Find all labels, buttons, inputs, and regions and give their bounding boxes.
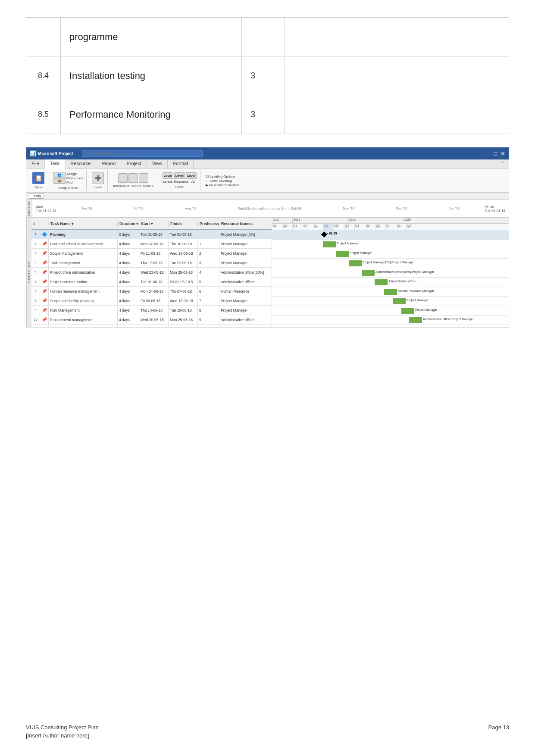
header-predecessors: Predecessors	[198, 221, 219, 227]
level-btn-1[interactable]: Level	[163, 172, 173, 179]
tab-file[interactable]: File	[26, 159, 45, 169]
gantt-bar-row-7: Human Resource Manager	[272, 287, 509, 297]
bar-label-8: Project Manager	[407, 299, 429, 302]
gantt-bars-area: ▪ 01-05 Project Manager Project Manager …	[272, 230, 509, 327]
minimize-icon[interactable]: —	[485, 150, 490, 157]
information-icon[interactable]	[118, 173, 128, 183]
tab-resource[interactable]: Resource	[65, 159, 96, 169]
next-overallocation-label[interactable]: ▶ Next Overallocation	[206, 183, 239, 187]
properties-labels: InformationNotesDetails	[113, 184, 153, 188]
gantt-bar-7	[384, 289, 397, 295]
ribbon-group-level: Level Level Level Select: Resource All L…	[159, 170, 200, 191]
table-row: 1 🔷 Planning 0 days Tue 01-05-18 Tue 01-…	[31, 230, 272, 239]
tab-format[interactable]: Format	[168, 159, 194, 169]
q4-2018: Q4	[344, 224, 355, 230]
cell-pred-6: 5	[198, 277, 219, 286]
cell-name-11: Quality Management	[49, 325, 118, 327]
close-icon[interactable]: ✕	[501, 150, 505, 157]
ribbon-tabs: File Task Resource Report Project View F…	[26, 159, 509, 169]
footer-project-name: VUIS Consulting Project Plan	[26, 724, 99, 731]
ribbon-group-leveling: ☑ Leveling Options ◻ Clear Leveling ▶ Ne…	[202, 170, 243, 191]
ribbon-group-view: 📋 View	[29, 170, 48, 191]
today-button[interactable]: Today	[29, 193, 44, 199]
header-duration[interactable]: Duration ▾	[118, 221, 139, 227]
notes-icon[interactable]	[128, 173, 138, 183]
ms-title-text: Microsoft Project	[38, 151, 73, 156]
cell-start-8: Fri 09-06-18	[139, 296, 169, 305]
ms-icon: 📊	[30, 150, 36, 156]
gantt-right-header: 2017 2018 2019 2020 Q1 Q2 Q3 Q4 Q1 Q2 Q3…	[272, 218, 509, 230]
tab-report[interactable]: Report	[96, 159, 121, 169]
header-mode	[40, 223, 49, 225]
gantt-bar-8	[393, 298, 406, 304]
cell-mode-8: 📌	[40, 296, 49, 305]
cell-id-9: 9	[31, 306, 40, 315]
clear-leveling-label[interactable]: ◻ Clear Leveling	[206, 179, 239, 183]
row-val-empty	[242, 18, 285, 56]
cell-finish-5: Mon 28-05-18	[169, 268, 198, 277]
header-resource: Resource Names	[219, 221, 272, 227]
header-start[interactable]: Start ▾	[139, 221, 169, 227]
year-2017: 2017	[272, 218, 293, 223]
assign-resources-label: Assign	[66, 172, 83, 176]
footer-author: [Insert Author name here]	[26, 732, 99, 739]
assign-resources-icon[interactable]: 👥	[53, 172, 66, 178]
leveling-options-label[interactable]: ☑ Leveling Options	[206, 175, 239, 178]
cell-id-4: 4	[31, 258, 40, 267]
tab-project[interactable]: Project	[121, 159, 147, 169]
gantt-bar-row-2: Project Manager	[272, 240, 509, 249]
bar-label-7: Human Resource Manager	[398, 289, 434, 292]
ribbon-group-assignments: 👥 📦 Assign Resources Pool Assignments	[50, 170, 87, 191]
ms-window-controls: — □ ✕	[485, 150, 505, 157]
pool-label: Pool	[66, 181, 83, 184]
header-name[interactable]: Task Name ▾	[49, 221, 118, 227]
ribbon-collapse-icon[interactable]: ⌃	[496, 159, 509, 169]
cell-name-1: Planning	[49, 230, 118, 239]
cell-mode-2: 📌	[40, 239, 49, 248]
quarter-header-row: Q1 Q2 Q3 Q4 Q1 Q2 Q3 Q4 Q1 Q2 Q3 Q4 Q1 Q…	[272, 224, 509, 230]
bar-label-6: Administrative officer	[388, 280, 416, 283]
gantt-bar-row-5: Administrative officer[50%],Project Mana…	[272, 268, 509, 278]
add-resources-icon[interactable]: ➕	[92, 172, 104, 184]
year-2020: 2020	[403, 218, 509, 223]
resource-pool-icon[interactable]: 📦	[53, 178, 66, 184]
maximize-icon[interactable]: □	[494, 150, 497, 157]
table-row: 3 📌 Scope Management 4 days Fri 11-05-18…	[31, 249, 272, 258]
table-row: 8 📌 Scope and facility planning 4 days F…	[31, 296, 272, 306]
level-btn-3[interactable]: Level	[186, 172, 197, 179]
cell-dur-5: 4 days	[118, 268, 139, 277]
gantt-bar-row-6: Administrative officer	[272, 278, 509, 287]
cell-res-6: Administrative officer	[219, 277, 272, 286]
timeline-sidebar-label: TIMELINE	[27, 200, 31, 216]
gantt-chart-label: GANTT CHART	[26, 218, 31, 327]
cell-finish-10: Mon 25-06-18	[169, 315, 198, 324]
q1-2018: Q1	[313, 224, 324, 230]
table-row: 8.4 Installation testing 3	[26, 56, 509, 95]
cell-start-5: Wed 23-05-18	[139, 268, 169, 277]
gantt-bar-4	[349, 260, 362, 266]
cell-name-5: Project office administration	[49, 268, 118, 277]
tab-view[interactable]: View	[147, 159, 168, 169]
tab-task[interactable]: Task	[45, 159, 66, 169]
cell-dur-6: 4 days	[118, 277, 139, 286]
q2-2019: Q2	[365, 224, 375, 230]
cell-start-3: Fri 11-05-18	[139, 249, 169, 258]
table-row: 6 📌 Project communication 4 days Tue 01-…	[31, 277, 272, 287]
q4-2017: Q4	[303, 224, 313, 230]
gantt-bar-9	[401, 308, 414, 314]
cell-finish-4: Tue 22-05-18	[169, 258, 198, 267]
year-header-row: 2017 2018 2019 2020	[272, 218, 509, 224]
level-btn-2[interactable]: Level	[174, 172, 185, 179]
cell-dur-11: 4 days	[118, 325, 139, 327]
details-icon[interactable]	[139, 173, 148, 183]
cell-start-7: Mon 04-06-18	[139, 287, 169, 296]
gantt-table: # Task Name ▾ Duration ▾ Start ▾ Finish …	[31, 218, 272, 327]
cell-id-10: 10	[31, 315, 40, 324]
bar-label-3: Project Manager	[350, 251, 372, 254]
ribbon-group-properties: InformationNotesDetails	[110, 170, 157, 191]
cell-id-1: 1	[31, 230, 40, 239]
ms-search-input[interactable]	[82, 150, 203, 157]
footer-page-number: Page 13	[488, 724, 509, 739]
cell-pred-1	[198, 230, 219, 239]
row-num-8-4: 8.4	[26, 56, 61, 95]
